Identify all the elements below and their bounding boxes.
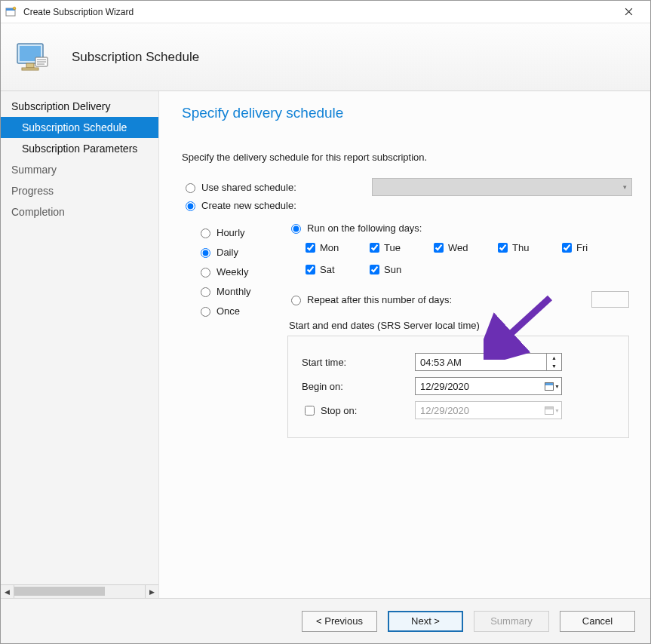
sidebar: Subscription Delivery Subscription Sched…: [1, 91, 159, 598]
svg-rect-4: [26, 63, 34, 68]
begin-on-value: 12/29/2020: [416, 381, 543, 392]
footer: < Previous Next > Summary Cancel: [1, 598, 650, 643]
create-new-label: Create new schedule:: [201, 200, 296, 211]
day-mon-check[interactable]: [306, 243, 315, 253]
begin-on-input[interactable]: 12/29/2020 ▼: [415, 377, 562, 395]
run-days-radio[interactable]: [291, 224, 301, 234]
run-days-label: Run on the following days:: [307, 222, 422, 234]
freq-hourly-label: Hourly: [216, 227, 245, 238]
stop-on-picker: ▼: [543, 402, 561, 419]
dates-group: Start time: 04:53 AM ▲ ▼ Begin on:: [287, 336, 629, 438]
freq-once-radio[interactable]: [201, 307, 210, 317]
day-tue-label: Tue: [384, 242, 401, 253]
scroll-left-icon[interactable]: ◀: [1, 585, 14, 598]
day-wed-label: Wed: [448, 242, 468, 253]
main-panel: Specify delivery schedule Specify the de…: [159, 91, 650, 598]
stop-on-label: Stop on:: [321, 405, 357, 416]
freq-hourly-radio[interactable]: [201, 228, 210, 238]
day-fri-label: Fri: [576, 242, 588, 253]
window-title: Create Subscription Wizard: [23, 7, 612, 17]
spinner-down-icon[interactable]: ▼: [547, 362, 561, 370]
previous-button[interactable]: < Previous: [302, 611, 377, 632]
start-time-input[interactable]: 04:53 AM ▲ ▼: [415, 353, 562, 371]
day-thu-check[interactable]: [498, 243, 508, 253]
sidebar-item-summary[interactable]: Summary: [1, 159, 158, 180]
sidebar-item-completion[interactable]: Completion: [1, 201, 158, 222]
wizard-header: Subscription Schedule: [1, 23, 650, 91]
calendar-icon: [545, 406, 554, 415]
freq-once-label: Once: [216, 305, 240, 317]
begin-on-label: Begin on:: [302, 381, 415, 392]
monitor-icon: [14, 39, 51, 75]
stop-on-check[interactable]: [305, 406, 315, 416]
day-mon-label: Mon: [320, 242, 339, 253]
freq-weekly-radio[interactable]: [201, 268, 210, 278]
freq-daily-radio[interactable]: [201, 248, 210, 258]
svg-rect-5: [22, 68, 38, 70]
day-sun-label: Sun: [384, 264, 401, 275]
spinner-up-icon[interactable]: ▲: [547, 354, 561, 362]
use-shared-label: Use shared schedule:: [201, 182, 296, 193]
day-thu-label: Thu: [512, 242, 529, 253]
freq-monthly-radio[interactable]: [201, 287, 210, 297]
page-heading: Subscription Schedule: [72, 50, 199, 65]
scroll-right-icon[interactable]: ▶: [145, 585, 158, 598]
close-button[interactable]: [612, 1, 646, 23]
shared-schedule-combo[interactable]: ▾: [372, 178, 632, 196]
sidebar-scrollbar[interactable]: ◀ ▶: [1, 584, 158, 598]
day-sun-check[interactable]: [370, 265, 379, 274]
use-shared-radio[interactable]: [186, 183, 195, 193]
day-sat-check[interactable]: [306, 265, 315, 274]
freq-monthly-label: Monthly: [216, 286, 251, 297]
start-time-label: Start time:: [302, 357, 415, 368]
sidebar-item-schedule[interactable]: Subscription Schedule: [1, 117, 158, 138]
titlebar: Create Subscription Wizard: [1, 1, 650, 23]
sidebar-item-delivery[interactable]: Subscription Delivery: [1, 96, 158, 117]
page-title: Specify delivery schedule: [182, 105, 632, 121]
begin-on-picker[interactable]: ▼: [543, 378, 561, 394]
wizard-icon: [5, 6, 17, 18]
repeat-days-radio[interactable]: [291, 296, 301, 305]
next-button[interactable]: Next >: [388, 611, 463, 632]
day-fri-check[interactable]: [562, 243, 572, 253]
start-time-value: 04:53 AM: [416, 357, 546, 368]
chevron-down-icon: ▾: [623, 183, 627, 191]
day-sat-label: Sat: [320, 264, 335, 275]
chevron-down-icon: ▼: [554, 384, 560, 389]
repeat-days-input[interactable]: [591, 291, 629, 308]
cancel-button[interactable]: Cancel: [560, 611, 635, 632]
summary-button: Summary: [474, 611, 549, 632]
instruction-text: Specify the delivery schedule for this r…: [182, 152, 632, 163]
sidebar-item-progress[interactable]: Progress: [1, 180, 158, 201]
create-new-radio[interactable]: [186, 201, 195, 211]
freq-daily-label: Daily: [216, 247, 238, 258]
scroll-thumb[interactable]: [14, 587, 105, 596]
time-spinner[interactable]: ▲ ▼: [546, 354, 561, 370]
repeat-days-label: Repeat after this number of days:: [307, 294, 452, 305]
stop-on-input: 12/29/2020 ▼: [415, 401, 562, 419]
chevron-down-icon: ▼: [554, 408, 560, 413]
sidebar-item-parameters[interactable]: Subscription Parameters: [1, 138, 158, 159]
day-tue-check[interactable]: [370, 243, 379, 253]
calendar-icon: [545, 382, 554, 391]
freq-weekly-label: Weekly: [216, 266, 248, 278]
stop-on-value: 12/29/2020: [416, 405, 543, 416]
dates-group-label: Start and end dates (SRS Server local ti…: [289, 320, 632, 331]
day-wed-check[interactable]: [434, 243, 444, 253]
